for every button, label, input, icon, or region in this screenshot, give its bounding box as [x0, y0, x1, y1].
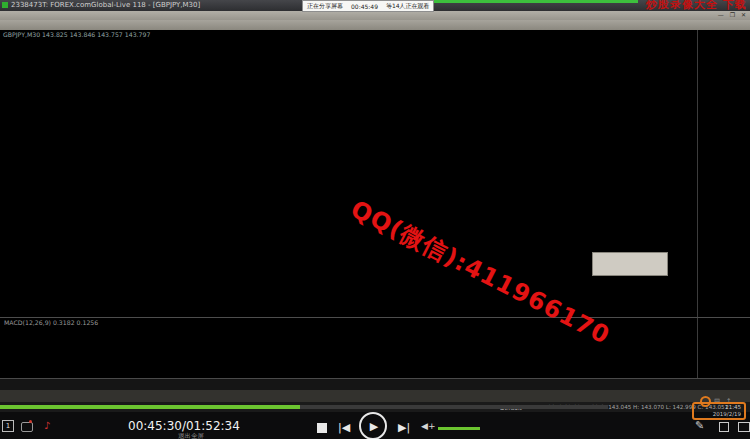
sharing-timer: 00:45:49 — [347, 3, 382, 10]
play-button[interactable]: ▶ — [359, 412, 387, 439]
participant-badge[interactable]: 1 — [2, 420, 14, 432]
restore-icon[interactable]: ❐ — [730, 11, 737, 18]
chat-notification-dot — [29, 420, 32, 423]
trading-app-screen: 2338473T: FOREX.comGlobal-Live 118 - [GB… — [0, 0, 750, 439]
volume-slider[interactable] — [438, 427, 480, 430]
taskbar-clock: 21:45 2019/2/19 — [692, 402, 746, 420]
screen-sharing-bar: 正在分享屏幕 00:45:49 等14人正在观看 — [302, 0, 434, 12]
exit-fullscreen-label[interactable]: 退出全屏 — [178, 432, 204, 439]
chat-icon[interactable] — [21, 422, 33, 432]
window-title: 2338473T: FOREX.comGlobal-Live 118 - [GB… — [11, 1, 200, 9]
player-time: 00:45:30/01:52:34 — [128, 419, 240, 433]
video-progress-track[interactable] — [300, 405, 608, 409]
sharing-viewers: 等14人正在观看 — [382, 2, 434, 11]
macd-indicator-label: MACD(12,26,9) 0.3182 0.1256 — [4, 319, 98, 326]
topright-watermark: 炒股录像大全 下载 — [646, 0, 747, 12]
palette-tools[interactable] — [594, 254, 666, 264]
previous-button[interactable]: |◀ — [338, 421, 350, 434]
video-progress-bar[interactable] — [0, 405, 300, 409]
frame-tool-button[interactable] — [719, 422, 729, 432]
toolbar — [0, 20, 750, 31]
volume-icon[interactable]: ◀+ — [421, 421, 435, 431]
palette-colors[interactable] — [594, 264, 666, 274]
toolbox-button[interactable] — [738, 422, 750, 432]
muted-audio-icon[interactable]: ♪ — [44, 420, 50, 431]
sharing-border-strip — [434, 0, 638, 3]
price-axis — [697, 30, 750, 378]
clock-date: 2019/2/19 — [694, 411, 741, 418]
chart-info-line: GBPJPY,M30 143.825 143.846 143.757 143.7… — [3, 31, 150, 38]
minimize-icon[interactable]: — — [718, 11, 726, 18]
annotation-palette[interactable] — [592, 252, 668, 276]
pencil-tool-button[interactable]: ✎ — [695, 419, 704, 432]
time-axis — [0, 378, 750, 390]
play-icon: ▶ — [370, 420, 378, 433]
chart-tab-bar — [0, 390, 750, 402]
stop-button[interactable] — [317, 423, 327, 433]
next-button[interactable]: ▶| — [398, 421, 410, 434]
app-icon — [2, 2, 8, 8]
indicator-separator — [0, 317, 750, 318]
sharing-status-label: 正在分享屏幕 — [303, 2, 347, 11]
menu-bar — [0, 11, 750, 20]
mdi-window-controls[interactable]: — ❐ ✕ — [718, 11, 748, 18]
close-icon[interactable]: ✕ — [741, 11, 748, 18]
